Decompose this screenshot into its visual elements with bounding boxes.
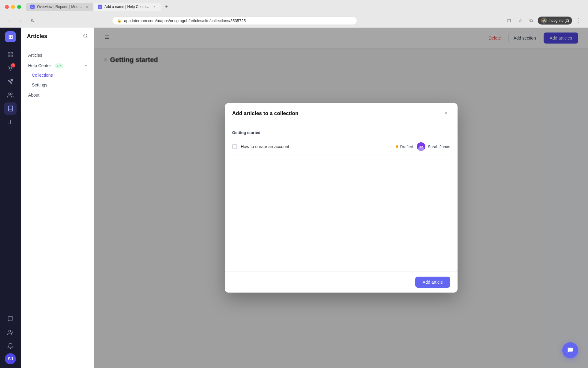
rail-icon-send[interactable] (4, 75, 17, 88)
traffic-light-minimize[interactable] (11, 5, 15, 9)
help-center-label: Help Center (28, 63, 51, 68)
svg-line-15 (86, 37, 87, 38)
tab-title-2: Add a name | Help Center | Mo... (104, 5, 150, 9)
article-item: How to create an account Drafted SJ Sara… (232, 139, 450, 155)
help-center-badge: On (55, 63, 64, 68)
modal-body: Getting started How to create an account… (225, 124, 458, 271)
modal-footer: Add article (225, 271, 458, 293)
rail-icon-team-add[interactable] (4, 326, 17, 339)
svg-point-4 (9, 67, 12, 69)
app-logo[interactable]: ⊞ (5, 31, 16, 42)
rail-icon-inbox[interactable]: 1 (4, 62, 17, 74)
address-text: app.intercom.com/a/apps/nnsgmgob/article… (124, 18, 246, 23)
tab-close-2[interactable]: × (152, 5, 156, 9)
new-tab-button[interactable]: + (162, 2, 171, 11)
sidebar-item-help-center[interactable]: Help Center On ▾ (24, 61, 90, 71)
sidebar-item-collections[interactable]: Collections (24, 71, 90, 80)
incognito-badge: 🕵 Incognito (2) (538, 17, 572, 25)
sidebar-nav: Articles Help Center On ▾ Collections Se… (21, 45, 94, 105)
author-name: Sarah Jonas (428, 144, 450, 149)
browser-tab-2[interactable]: A Add a name | Help Center | Mo... × (93, 3, 161, 11)
browser-tabs: M Overview | Reports | Moodjoy × A Add a… (26, 2, 579, 11)
traffic-lights (5, 5, 21, 9)
rail-icon-home[interactable] (4, 48, 17, 61)
sidebar-header: Articles (21, 28, 94, 45)
rail-icon-book[interactable] (4, 102, 17, 115)
tab-favicon-2: A (98, 5, 102, 9)
article-author: SJ Sarah Jonas (417, 142, 450, 151)
browser-addressbar: ‹ › ↻ 🔒 app.intercom.com/a/apps/nnsgmgob… (0, 13, 588, 28)
search-icon[interactable] (83, 33, 88, 40)
reload-button[interactable]: ↻ (28, 16, 37, 25)
svg-rect-0 (8, 52, 10, 54)
main-content: Delete Add section Add articles ≡ Gettin… (94, 28, 588, 368)
modal: Add articles to a collection × Getting s… (225, 103, 458, 293)
rail-icon-reports[interactable] (4, 116, 17, 128)
modal-close-button[interactable]: × (442, 109, 450, 118)
forward-button[interactable]: › (17, 16, 25, 25)
incognito-label: Incognito (2) (548, 18, 569, 23)
sidebar-item-articles[interactable]: Articles (24, 50, 90, 60)
rail-icon-users[interactable] (4, 89, 17, 101)
window-icon[interactable]: ⧉ (527, 16, 535, 25)
modal-overlay[interactable]: Add articles to a collection × Getting s… (94, 28, 588, 368)
sidebar-item-about[interactable]: About (24, 90, 90, 100)
bookmark-icon[interactable]: ☆ (516, 16, 524, 25)
tab-favicon-1: M (30, 5, 35, 9)
icon-rail: ⊞ 1 SJ (0, 28, 21, 368)
rail-avatar[interactable]: SJ (5, 353, 16, 364)
sidebar: Articles Articles Help Center On ▾ Colle… (21, 28, 94, 368)
back-button[interactable]: ‹ (5, 16, 13, 25)
traffic-light-close[interactable] (5, 5, 9, 9)
browser-chrome: M Overview | Reports | Moodjoy × A Add a… (0, 0, 588, 28)
add-article-button[interactable]: Add article (415, 277, 450, 288)
cast-icon[interactable]: ⊡ (505, 16, 513, 25)
status-dot (396, 145, 398, 148)
modal-header: Add articles to a collection × (225, 103, 458, 124)
address-bar[interactable]: 🔒 app.intercom.com/a/apps/nnsgmgob/artic… (112, 17, 357, 25)
inbox-badge: 1 (11, 63, 15, 67)
svg-rect-2 (8, 55, 10, 57)
browser-tab-1[interactable]: M Overview | Reports | Moodjoy × (26, 3, 93, 11)
browser-titlebar: M Overview | Reports | Moodjoy × A Add a… (0, 0, 588, 13)
more-options-button[interactable]: ⋮ (575, 16, 583, 25)
chat-widget[interactable] (562, 342, 578, 358)
rail-icon-chat[interactable] (4, 313, 17, 325)
rail-icon-bell[interactable] (4, 340, 17, 352)
sidebar-title: Articles (27, 33, 47, 40)
modal-section-label: Getting started (232, 130, 450, 135)
chevron-down-icon: ▾ (85, 64, 87, 67)
article-checkbox[interactable] (232, 144, 237, 149)
sidebar-item-settings[interactable]: Settings (24, 80, 90, 90)
tab-title-1: Overview | Reports | Moodjoy (37, 5, 82, 9)
modal-title: Add articles to a collection (232, 110, 298, 117)
article-status: Drafted (396, 144, 413, 149)
svg-point-7 (9, 93, 11, 95)
tab-close-1[interactable]: × (85, 5, 89, 9)
svg-point-11 (9, 330, 11, 332)
browser-actions: ⊡ ☆ ⧉ 🕵 Incognito (2) ⋮ (505, 16, 583, 25)
browser-expand-icon[interactable]: ⋮ (579, 4, 583, 9)
author-initials: SJ (419, 145, 423, 148)
author-avatar: SJ (417, 142, 425, 151)
svg-rect-1 (11, 52, 13, 54)
status-label: Drafted (400, 144, 413, 149)
traffic-light-maximize[interactable] (17, 5, 21, 9)
incognito-icon: 🕵 (541, 17, 547, 24)
svg-rect-3 (11, 55, 13, 57)
article-title: How to create an account (241, 144, 392, 149)
app-container: ⊞ 1 SJ Arti (0, 28, 588, 368)
lock-icon: 🔒 (117, 19, 122, 23)
svg-point-14 (84, 34, 87, 37)
